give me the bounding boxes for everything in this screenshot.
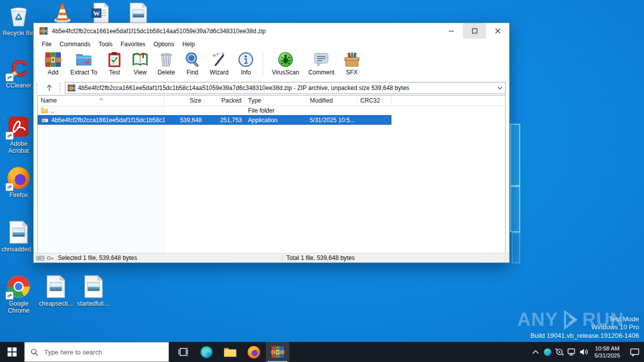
image-file-icon	[126, 1, 150, 25]
up-arrow-icon	[46, 84, 52, 92]
sfx-button[interactable]: SFX	[339, 50, 365, 76]
chevron-up-icon	[532, 350, 539, 354]
desktop-icon-recycle-bin[interactable]: Recycle Bin	[0, 4, 38, 37]
clock-time: 10:58 AM	[592, 345, 623, 352]
anyrun-watermark: ANY RUN Test Mode Windows 10 Pro Build 1…	[517, 309, 641, 342]
task-view-button[interactable]	[171, 342, 195, 362]
toolbar-gripper	[59, 83, 62, 93]
speaker-icon	[579, 348, 588, 356]
view-button[interactable]: View	[127, 50, 153, 76]
tray-network[interactable]	[566, 342, 578, 362]
action-center-button[interactable]	[625, 342, 644, 362]
table-row-selected-file[interactable]: 4b5e4fcf2fb2cca1661ee5daf1f15dc1b58c14..…	[38, 115, 391, 125]
virusscan-button[interactable]: VirusScan	[267, 50, 303, 76]
acrobat-icon	[7, 115, 31, 139]
desktop-icon-ccleaner[interactable]: CCleaner	[0, 56, 38, 89]
meet-now-icon	[555, 347, 564, 356]
shortcut-arrow-icon	[6, 73, 14, 81]
desktop-icon-firefox[interactable]: Firefox	[0, 166, 38, 199]
clock-date: 5/31/2025	[592, 352, 623, 359]
comment-button[interactable]: Comment	[304, 50, 339, 76]
tray-volume[interactable]	[578, 342, 590, 362]
desktop-icon-google-chrome[interactable]: Google Chrome	[0, 275, 38, 314]
minimize-button[interactable]	[440, 23, 463, 39]
chevron-down-icon[interactable]	[494, 86, 505, 89]
search-icon	[31, 348, 38, 356]
firefox-icon	[247, 345, 261, 359]
info-button[interactable]: Info	[233, 50, 259, 76]
desktop-icon-label: cheapsecti...	[39, 300, 72, 307]
title-bar[interactable]: 4b5e4fcf2fb2cca1661ee5daf1f15dc1b58c14aa…	[34, 23, 509, 39]
menu-item-options[interactable]: Options	[149, 40, 178, 49]
winrar-window: 4b5e4fcf2fb2cca1661ee5daf1f15dc1b58c14aa…	[33, 23, 510, 263]
menu-item-favorites[interactable]: Favorites	[117, 40, 149, 49]
up-one-level-button[interactable]	[42, 82, 57, 94]
taskbar-winrar-button[interactable]	[266, 342, 289, 362]
tray-show-hidden-icons[interactable]	[529, 342, 541, 362]
archive-path-text: 4b5e4fcf2fb2cca1661ee5daf1f15dc1b58c14aa…	[78, 84, 494, 92]
close-button[interactable]	[486, 23, 509, 39]
archive-path-combobox[interactable]: 4b5e4fcf2fb2cca1661ee5daf1f15dc1b58c14aa…	[65, 82, 506, 94]
desktop-icon-label: Google Chrome	[0, 300, 38, 314]
wizard-button[interactable]: Wizard	[205, 50, 233, 76]
tray-network-app[interactable]	[541, 342, 553, 362]
search-input[interactable]	[43, 348, 169, 356]
file-list: Name Size Packed Type Modified CRC32 .. …	[37, 95, 506, 253]
desktop-icon-cheapsecti[interactable]: cheapsecti...	[36, 275, 75, 307]
word-document-icon	[88, 1, 112, 25]
delete-trash-icon	[158, 51, 175, 68]
taskbar: 10:58 AM 5/31/2025	[0, 342, 644, 362]
vlc-cone-icon	[50, 0, 74, 24]
table-row-parent-dir[interactable]: .. File folder	[38, 106, 505, 115]
taskbar-explorer-button[interactable]	[218, 342, 242, 362]
sorted-column-shade	[38, 106, 165, 253]
menu-item-help[interactable]: Help	[178, 40, 199, 49]
column-header-packed[interactable]: Packed	[205, 96, 245, 106]
maximize-button[interactable]	[463, 23, 486, 39]
column-header-crc32[interactable]: CRC32	[357, 96, 391, 106]
test-button[interactable]: Test	[102, 50, 127, 76]
desktop-icon-adobe-acrobat[interactable]: Adobe Acrobat	[0, 115, 38, 154]
drive-icon[interactable]	[36, 255, 44, 261]
status-bar: Selected 1 file, 539,648 bytes Total 1 f…	[34, 253, 509, 262]
folder-icon	[41, 107, 48, 114]
key-icon[interactable]	[47, 255, 54, 261]
taskbar-firefox-button[interactable]	[242, 342, 266, 362]
column-header-size[interactable]: Size	[165, 96, 205, 106]
globe-icon	[543, 348, 552, 356]
desktop-icon-vlc[interactable]	[43, 0, 82, 24]
add-archive-icon	[45, 51, 61, 68]
menu-item-file[interactable]: File	[38, 40, 55, 49]
menu-bar: File Commands Tools Favorites Options He…	[34, 39, 509, 50]
watermark-build: Build 19041.vb_release.191206-1406	[530, 332, 639, 339]
start-button[interactable]	[0, 342, 24, 362]
watermark-os: Windows 10 Pro	[591, 323, 639, 331]
list-header: Name Size Packed Type Modified CRC32	[38, 96, 505, 106]
taskbar-edge-button[interactable]	[195, 342, 218, 362]
desktop-icon-label: chrisadded...	[2, 246, 36, 253]
winrar-zip-icon	[39, 27, 48, 35]
menu-item-tools[interactable]: Tools	[95, 40, 117, 49]
chrome-icon	[7, 275, 31, 299]
application-file-icon	[41, 117, 49, 123]
taskbar-search-box[interactable]	[24, 342, 169, 362]
close-icon	[495, 28, 501, 34]
desktop-icon-chrisadded[interactable]: chrisadded...	[0, 220, 38, 253]
desktop-icon-word-doc[interactable]	[80, 1, 120, 25]
desktop-icon-startedfull[interactable]: startedfull....	[74, 275, 113, 307]
menu-item-commands[interactable]: Commands	[55, 40, 94, 49]
desktop-icon-image-doc[interactable]	[119, 1, 158, 25]
add-button[interactable]: Add	[40, 50, 66, 76]
tray-meet-now[interactable]	[553, 342, 566, 362]
resize-grip[interactable]: ⋰	[503, 256, 509, 262]
delete-button[interactable]: Delete	[153, 50, 180, 76]
taskbar-clock[interactable]: 10:58 AM 5/31/2025	[592, 345, 623, 359]
find-button[interactable]: Find	[180, 50, 205, 76]
column-header-name[interactable]: Name	[38, 96, 165, 106]
task-view-icon	[178, 346, 189, 357]
status-total-text: Total 1 file, 539,648 bytes	[286, 254, 355, 261]
desktop-icon-label: Firefox	[10, 192, 28, 199]
column-header-modified[interactable]: Modified	[307, 96, 357, 106]
extract-to-button[interactable]: Extract To	[66, 50, 102, 76]
column-header-type[interactable]: Type	[245, 96, 307, 106]
